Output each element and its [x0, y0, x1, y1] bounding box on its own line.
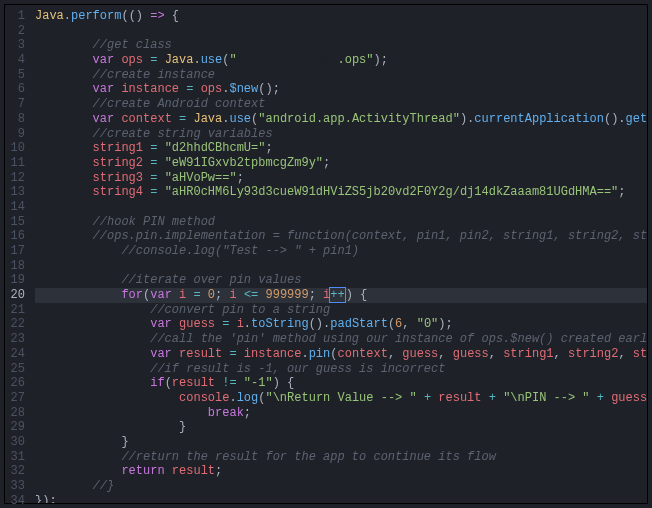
token: var: [93, 53, 115, 67]
token: Java: [35, 9, 64, 23]
token: ;: [215, 288, 229, 302]
token: "\nReturn Value --> ": [265, 391, 416, 405]
code-line[interactable]: var guess = i.toString().padStart(6, "0"…: [35, 317, 647, 332]
line-number: 15: [9, 215, 25, 230]
token: //if result is -1, our guess is incorrec…: [150, 362, 445, 376]
token: .ops": [338, 53, 374, 67]
token: string2: [568, 347, 618, 361]
token: context: [337, 347, 387, 361]
line-number: 9: [9, 127, 25, 142]
code-line[interactable]: //ops.pin.implementation = function(cont…: [35, 229, 647, 244]
code-line[interactable]: });: [35, 494, 647, 503]
code-line[interactable]: //hook PIN method: [35, 215, 647, 230]
code-line[interactable]: [35, 200, 647, 215]
code-line[interactable]: [35, 259, 647, 274]
token: guess: [611, 391, 647, 405]
token: for: [121, 288, 143, 302]
code-line[interactable]: string2 = "eW91IGxvb2tpbmcgZm9y";: [35, 156, 647, 171]
token: var: [150, 317, 172, 331]
code-line[interactable]: //if result is -1, our guess is incorrec…: [35, 362, 647, 377]
token: ;: [323, 156, 330, 170]
token: <=: [244, 288, 258, 302]
cursor: ++: [329, 287, 345, 303]
token: break: [208, 406, 244, 420]
code-line[interactable]: //iterate over pin values: [35, 273, 647, 288]
token: "aHVoPw==": [165, 171, 237, 185]
code-line[interactable]: //call the 'pin' method using our instan…: [35, 332, 647, 347]
code-line[interactable]: //create string variables: [35, 127, 647, 142]
code-line[interactable]: var context = Java.use("android.app.Acti…: [35, 112, 647, 127]
code-area[interactable]: Java.perform(() => { //get class var ops…: [33, 5, 647, 503]
code-line[interactable]: //create instance: [35, 68, 647, 83]
code-line[interactable]: return result;: [35, 464, 647, 479]
token: //return the result for the app to conti…: [121, 450, 495, 464]
token: ;: [237, 171, 244, 185]
code-line[interactable]: //}: [35, 479, 647, 494]
code-line[interactable]: //get class: [35, 38, 647, 53]
token: use: [229, 112, 251, 126]
code-editor[interactable]: 1234567891011121314151617181920212223242…: [4, 4, 648, 504]
code-line[interactable]: break;: [35, 406, 647, 421]
token: [237, 376, 244, 390]
token: +: [489, 391, 496, 405]
code-line[interactable]: //convert pin to a string: [35, 303, 647, 318]
line-number: 11: [9, 156, 25, 171]
token: [417, 391, 424, 405]
token: );: [374, 53, 388, 67]
code-line[interactable]: var ops = Java.use("xxxxxxxxxxxxxx.ops")…: [35, 53, 647, 68]
code-line[interactable]: Java.perform(() => {: [35, 9, 647, 24]
line-number: 27: [9, 391, 25, 406]
code-line[interactable]: for(var i = 0; i <= 999999; i++) {: [35, 288, 647, 303]
token: string1: [503, 347, 553, 361]
token: 999999: [265, 288, 308, 302]
token: padStart: [330, 317, 388, 331]
token: ().: [309, 317, 331, 331]
code-line[interactable]: if(result != "-1") {: [35, 376, 647, 391]
code-line[interactable]: //create Android context: [35, 97, 647, 112]
token: }: [121, 435, 128, 449]
token: ;: [215, 464, 222, 478]
code-line[interactable]: string3 = "aHVoPw==";: [35, 171, 647, 186]
code-line[interactable]: [35, 24, 647, 39]
token: ": [229, 53, 236, 67]
token: pin: [309, 347, 331, 361]
token: .: [301, 347, 308, 361]
token: var: [150, 288, 172, 302]
line-number: 2: [9, 24, 25, 39]
code-line[interactable]: //return the result for the app to conti…: [35, 450, 647, 465]
token: if: [150, 376, 164, 390]
token: //console.log("Test --> " + pin1): [121, 244, 359, 258]
token: [172, 347, 179, 361]
token: );: [438, 317, 452, 331]
token: $new: [229, 82, 258, 96]
token: {: [165, 9, 179, 23]
code-line[interactable]: var instance = ops.$new();: [35, 82, 647, 97]
line-number: 16: [9, 229, 25, 244]
token: guess: [402, 347, 438, 361]
token: console: [179, 391, 229, 405]
code-line[interactable]: string1 = "d2hhdCBhcmU=";: [35, 141, 647, 156]
token: [590, 391, 597, 405]
token: .: [64, 9, 71, 23]
token: [172, 112, 179, 126]
line-number-gutter: 1234567891011121314151617181920212223242…: [5, 5, 33, 503]
token: [172, 288, 179, 302]
token: //ops.pin.implementation = function(cont…: [93, 229, 647, 243]
code-line[interactable]: //console.log("Test --> " + pin1): [35, 244, 647, 259]
token: ().: [604, 112, 626, 126]
code-line[interactable]: string4 = "aHR0cHM6Ly93d3cueW91dHViZS5jb…: [35, 185, 647, 200]
line-number: 33: [9, 479, 25, 494]
code-line[interactable]: }: [35, 435, 647, 450]
token: Java: [165, 53, 194, 67]
code-line[interactable]: console.log("\nReturn Value --> " + resu…: [35, 391, 647, 406]
token: ;: [309, 288, 323, 302]
line-number: 14: [9, 200, 25, 215]
token: //create Android context: [93, 97, 266, 111]
code-line[interactable]: }: [35, 420, 647, 435]
token: var: [93, 112, 115, 126]
line-number: 26: [9, 376, 25, 391]
token: "-1": [244, 376, 273, 390]
line-number: 17: [9, 244, 25, 259]
token: var: [93, 82, 115, 96]
code-line[interactable]: var result = instance.pin(context, guess…: [35, 347, 647, 362]
